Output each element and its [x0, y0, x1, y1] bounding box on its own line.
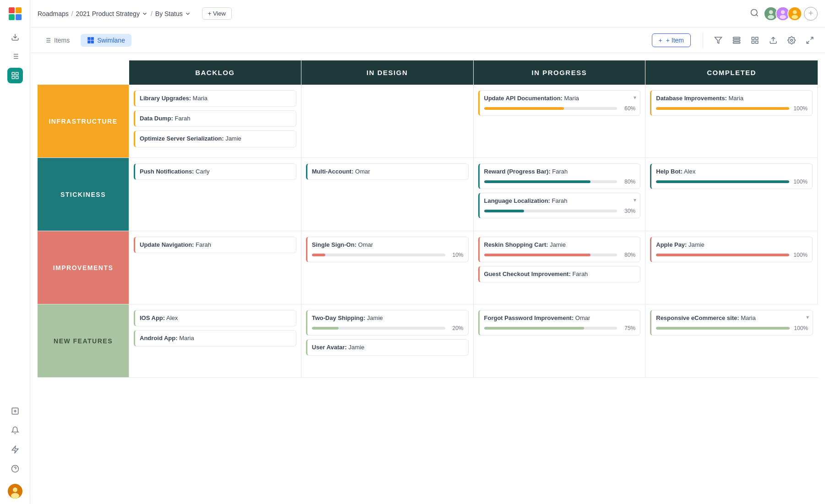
cell-infrastructure-completed: Database Improvements: Maria 100%: [645, 85, 818, 158]
svg-rect-2: [16, 7, 22, 13]
sidebar-roadmap-icon[interactable]: [7, 68, 23, 83]
sidebar-help-icon[interactable]: [7, 461, 23, 477]
search-icon[interactable]: [750, 8, 759, 19]
fullscreen-icon[interactable]: [802, 33, 818, 48]
svg-point-21: [13, 488, 17, 492]
breadcrumb-root[interactable]: Roadmaps: [38, 10, 69, 17]
svg-rect-1: [9, 7, 15, 13]
svg-rect-41: [92, 38, 94, 40]
sidebar: [0, 0, 30, 504]
svg-rect-43: [92, 41, 94, 43]
cell-new-features-backlog: IOS App: Alex Android App: Maria: [129, 304, 301, 378]
user-avatar[interactable]: [8, 484, 22, 499]
cell-infrastructure-in-design: [301, 85, 474, 158]
app-logo[interactable]: [7, 5, 23, 22]
svg-rect-12: [16, 72, 18, 75]
svg-point-32: [793, 10, 797, 14]
card-forgot-password[interactable]: Forgot Password Improvement: Omar 75%: [478, 310, 641, 336]
svg-rect-48: [752, 37, 754, 39]
toolbar: Items Swimlane + + Item: [30, 27, 825, 53]
card-two-day-shipping[interactable]: Two-Day Shipping: Jamie 20%: [306, 310, 469, 336]
cell-infrastructure-in-progress: ▾ Update API Documentation: Maria 60%: [474, 85, 646, 158]
row-label-infrastructure: INFRASTRUCTURE: [38, 85, 129, 158]
sidebar-bell-icon[interactable]: [7, 423, 23, 438]
sidebar-lightning-icon[interactable]: [7, 442, 23, 457]
board-container: BACKLOG IN DESIGN IN PROGRESS COMPLETED …: [30, 53, 825, 504]
cell-improvements-in-progress: Reskin Shopping Cart: Jamie 80% Guest Ch…: [474, 231, 646, 304]
export-icon[interactable]: [765, 33, 781, 48]
svg-rect-47: [733, 42, 740, 43]
items-tab[interactable]: Items: [38, 34, 76, 47]
svg-rect-40: [88, 38, 90, 40]
svg-line-24: [756, 14, 758, 16]
card-guest-checkout[interactable]: Guest Checkout Improvement: Farah: [478, 266, 641, 282]
main-content: Roadmaps / 2021 Product Strategy / By St…: [30, 0, 825, 504]
svg-rect-14: [16, 76, 18, 79]
topbar: Roadmaps / 2021 Product Strategy / By St…: [30, 0, 825, 27]
svg-rect-11: [12, 72, 14, 75]
card-responsive-ecommerce[interactable]: ▾ Responsive eCommerce site: Maria 100%: [650, 310, 813, 336]
cell-stickiness-completed: Help Bot: Alex 100%: [645, 158, 818, 231]
svg-rect-45: [733, 37, 740, 38]
board-grid: BACKLOG IN DESIGN IN PROGRESS COMPLETED …: [38, 60, 818, 378]
svg-rect-13: [12, 76, 14, 79]
card-library-upgrades[interactable]: Library Upgrades: Maria: [134, 90, 296, 107]
add-member-button[interactable]: +: [804, 7, 818, 21]
svg-rect-51: [756, 41, 758, 43]
topbar-right: +: [750, 6, 818, 21]
card-reskin-shopping-cart[interactable]: Reskin Shopping Cart: Jamie 80%: [478, 237, 641, 262]
card-user-avatar[interactable]: User Avatar: Jamie: [306, 339, 469, 356]
svg-line-53: [811, 37, 813, 39]
avatar-3[interactable]: [787, 6, 802, 21]
svg-point-22: [11, 493, 19, 499]
svg-point-27: [768, 15, 774, 19]
breadcrumb-view[interactable]: By Status: [155, 10, 191, 17]
svg-point-30: [780, 15, 786, 19]
svg-marker-18: [12, 446, 18, 453]
card-reward-progress-bar[interactable]: Reward (Progress Bar): Farah 80%: [478, 163, 641, 189]
breadcrumb-project[interactable]: 2021 Product Strategy: [76, 10, 148, 17]
add-item-button[interactable]: + + Item: [652, 33, 691, 47]
breadcrumb: Roadmaps / 2021 Product Strategy / By St…: [38, 10, 191, 17]
card-apple-pay[interactable]: Apple Pay: Jamie 100%: [650, 237, 813, 262]
col-header-in-progress: IN PROGRESS: [474, 60, 646, 85]
svg-point-26: [769, 10, 773, 14]
group-icon[interactable]: [729, 33, 744, 48]
card-data-dump[interactable]: Data Dump: Farah: [134, 110, 296, 127]
card-update-api[interactable]: ▾ Update API Documentation: Maria 60%: [478, 90, 641, 116]
svg-rect-4: [16, 14, 22, 20]
card-arrow-icon: ▾: [634, 197, 636, 203]
cell-improvements-completed: Apple Pay: Jamie 100%: [645, 231, 818, 304]
swimlane-tab[interactable]: Swimlane: [81, 34, 131, 47]
card-single-sign-on[interactable]: Single Sign-On: Omar 10%: [306, 237, 469, 262]
svg-rect-50: [752, 41, 754, 43]
add-view-button[interactable]: + View: [202, 7, 232, 20]
sidebar-download-icon[interactable]: [7, 29, 23, 45]
layout-icon[interactable]: [747, 33, 763, 48]
user-avatars: +: [764, 6, 818, 21]
cell-improvements-backlog: Update Navigation: Farah: [129, 231, 301, 304]
card-optimize-server[interactable]: Optimize Server Serialization: Jamie: [134, 130, 296, 147]
filter-icon[interactable]: [710, 33, 726, 48]
col-header-backlog: BACKLOG: [129, 60, 301, 85]
card-database-improvements[interactable]: Database Improvements: Maria 100%: [650, 90, 813, 116]
card-update-navigation[interactable]: Update Navigation: Farah: [134, 237, 296, 253]
card-language-localization[interactable]: ▾ Language Localization: Farah 30%: [478, 193, 641, 218]
svg-point-52: [791, 39, 793, 41]
settings-icon[interactable]: [784, 33, 799, 48]
card-push-notifications[interactable]: Push Notifications: Carly: [134, 163, 296, 180]
card-ios-app[interactable]: IOS App: Alex: [134, 310, 296, 326]
sidebar-upload-icon[interactable]: [7, 403, 23, 419]
card-help-bot[interactable]: Help Bot: Alex 100%: [650, 163, 813, 189]
row-label-new-features: NEW FEATURES: [38, 304, 129, 378]
svg-point-29: [781, 10, 785, 14]
cell-stickiness-in-progress: Reward (Progress Bar): Farah 80% ▾ Langu…: [474, 158, 646, 231]
svg-marker-44: [715, 37, 722, 43]
col-header-in-design: IN DESIGN: [301, 60, 474, 85]
card-arrow-icon: ▾: [806, 314, 809, 320]
sidebar-list-icon[interactable]: [7, 49, 23, 64]
cell-stickiness-in-design: Multi-Account: Omar: [301, 158, 474, 231]
card-multi-account[interactable]: Multi-Account: Omar: [306, 163, 469, 180]
svg-rect-46: [733, 39, 740, 41]
card-android-app[interactable]: Android App: Maria: [134, 330, 296, 347]
